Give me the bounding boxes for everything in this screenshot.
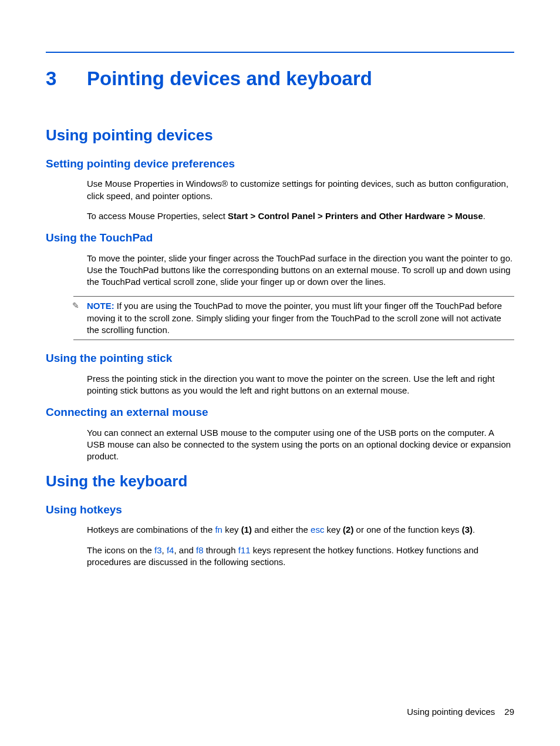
note-content: NOTE: If you are using the TouchPad to m… [87, 300, 514, 336]
text: Hotkeys are combinations of the [87, 525, 215, 535]
chapter-title: Pointing devices and keyboard [87, 68, 372, 89]
section-keyboard: Using the keyboard [46, 471, 514, 492]
paragraph: The icons on the f3, f4, and f8 through … [87, 545, 514, 569]
page-footer: Using pointing devices29 [407, 706, 514, 718]
key-f11: f11 [238, 545, 251, 555]
menu-path: Start > Control Panel > Printers and Oth… [228, 211, 483, 221]
text: To access Mouse Properties, select [87, 211, 228, 221]
text: and either the [252, 525, 311, 535]
chapter-heading: 3Pointing devices and keyboard [46, 66, 514, 92]
subheading-hotkeys: Using hotkeys [46, 502, 514, 518]
paragraph: Hotkeys are combinations of the fn key (… [87, 524, 514, 536]
subheading-preferences: Setting pointing device preferences [46, 156, 514, 172]
text: , [162, 545, 167, 555]
paragraph: To access Mouse Properties, select Start… [87, 210, 514, 222]
text: The icons on the [87, 545, 154, 555]
note-text: If you are using the TouchPad to move th… [87, 301, 502, 335]
text: through [204, 545, 238, 555]
key-f8: f8 [196, 545, 204, 555]
text: key [222, 525, 241, 535]
key-f3: f3 [154, 545, 162, 555]
paragraph: You can connect an external USB mouse to… [87, 427, 514, 463]
note-label: NOTE: [87, 301, 114, 311]
subheading-pointing-stick: Using the pointing stick [46, 351, 514, 366]
text: . [473, 525, 475, 535]
footer-section: Using pointing devices [407, 707, 495, 717]
note-icon: ✎ [72, 300, 79, 311]
callout: (3) [462, 525, 473, 535]
chapter-rule [46, 52, 514, 53]
key-f4: f4 [167, 545, 174, 555]
text: , and [174, 545, 196, 555]
text: key [324, 525, 343, 535]
subheading-touchpad: Using the TouchPad [46, 230, 514, 246]
paragraph: Press the pointing stick in the directio… [87, 373, 514, 397]
key-esc: esc [311, 525, 324, 535]
key-fn: fn [215, 525, 222, 535]
paragraph: Use Mouse Properties in Windows® to cust… [87, 178, 514, 202]
chapter-number: 3 [46, 66, 87, 92]
subheading-external-mouse: Connecting an external mouse [46, 405, 514, 420]
section-pointing-devices: Using pointing devices [46, 125, 514, 146]
callout: (2) [343, 525, 353, 535]
text: or one of the function keys [353, 525, 461, 535]
note-box: ✎ NOTE: If you are using the TouchPad to… [73, 296, 514, 340]
page: 3Pointing devices and keyboard Using poi… [0, 0, 560, 746]
paragraph: To move the pointer, slide your finger a… [87, 253, 514, 288]
callout: (1) [241, 525, 252, 535]
page-number: 29 [504, 707, 514, 717]
text: . [483, 211, 485, 221]
